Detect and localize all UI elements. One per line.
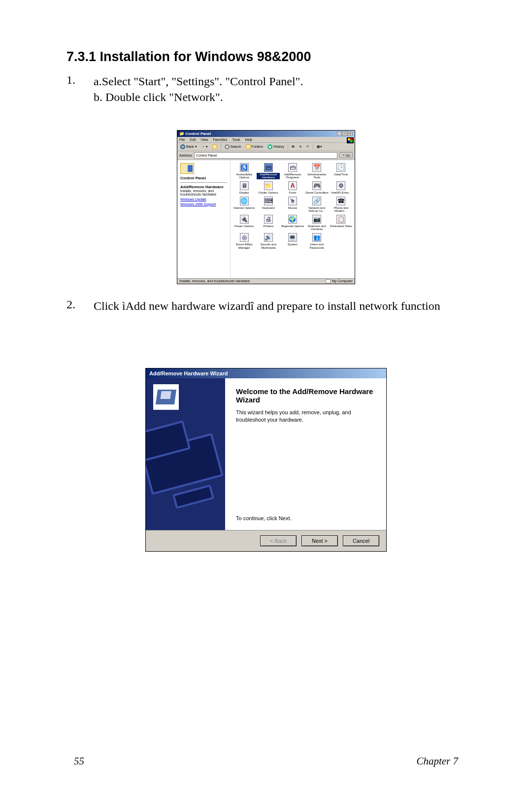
maximize-button[interactable]: □ [342, 132, 347, 136]
toolbar-extra3[interactable]: ↶ [305, 144, 310, 149]
go-icon: ➜ [342, 153, 345, 157]
wizard-graphic [146, 407, 225, 528]
add-remove-hardware-wizard: Add/Remove Hardware Wizard Welcome to th… [145, 368, 387, 552]
cp-sound-effect[interactable]: Sound Effect Manager [233, 233, 256, 249]
cp-regional[interactable]: Regional Options [281, 215, 304, 231]
link-windows-update[interactable]: Windows Update [180, 198, 227, 201]
step-2: 2. Click ìAdd new hardware wizardî and p… [66, 298, 466, 314]
cp-mouse[interactable]: Mouse [281, 197, 304, 213]
cp-keyboard[interactable]: Keyboard [257, 197, 280, 213]
step-2-text: Click ìAdd new hardware wizardî and prep… [94, 298, 466, 314]
menu-edit[interactable]: Edit [190, 138, 196, 141]
back-icon [180, 144, 185, 149]
window-title: Control Panel [185, 132, 211, 136]
wizard-desc: This wizard helps you add, remove, unplu… [236, 409, 375, 424]
address-label: Address [179, 154, 192, 157]
cp-scanners[interactable]: Scanners and Cameras [305, 215, 329, 231]
cp-intel[interactable]: Intel(R) Extre... [330, 181, 353, 195]
menu-view[interactable]: View [200, 138, 208, 141]
cp-system[interactable]: System [281, 233, 304, 249]
control-panel-window: 📁 Control Panel _ □ × File Edit View Fav… [177, 130, 355, 284]
menu-tools[interactable]: Tools [232, 138, 240, 141]
cp-scheduled-tasks[interactable]: Scheduled Tasks [330, 215, 353, 231]
toolbar-search[interactable]: Search [224, 144, 242, 150]
cancel-button[interactable]: Cancel [343, 535, 379, 546]
cp-display[interactable]: Display [233, 181, 256, 195]
wizard-button-bar: < Back Next > Cancel [146, 530, 386, 551]
cp-game-controllers[interactable]: Game Controllers [305, 181, 329, 195]
cp-sounds[interactable]: Sounds and Multimedia [257, 233, 280, 249]
wizard-sidebar [146, 378, 225, 530]
toolbar-back[interactable]: Back ▾ [179, 144, 198, 150]
status-right: My Computer [332, 279, 353, 283]
link-windows-2000-support[interactable]: Windows 2000 Support [180, 202, 227, 206]
wizard-main: Welcome to the Add/Remove Hardware Wizar… [225, 378, 386, 530]
status-left: Installs, removes, and troubleshoots har… [179, 279, 250, 283]
step-1a-text: a.Select "Start", "Settings". "Control P… [94, 73, 466, 89]
toolbar-forward[interactable]: → ▾ [200, 144, 209, 149]
cp-folder-options[interactable]: Folder Options [257, 181, 280, 195]
step-1b-text: b. Double click "Network". [94, 89, 466, 105]
menu-bar: File Edit View Favorites Tools Help [177, 137, 355, 143]
section-heading: 7.3.1 Installation for Windows 98&2000 [66, 49, 466, 65]
cp-date-time[interactable]: Date/Time [330, 163, 353, 179]
cp-users[interactable]: Users and Passwords [305, 233, 329, 249]
page-footer: 55 Chapter 7 [0, 755, 532, 767]
status-bar: Installs, removes, and troubleshoots har… [177, 278, 355, 284]
close-button[interactable]: × [348, 132, 353, 136]
toolbar-folders[interactable]: Folders [245, 144, 264, 150]
side-item-title: Add/Remove Hardware [180, 185, 224, 189]
address-input[interactable] [194, 152, 337, 159]
wizard-continue-text: To continue, click Next. [236, 515, 292, 521]
wizard-heading: Welcome to the Add/Remove Hardware Wizar… [236, 387, 375, 404]
cp-accessibility[interactable]: Accessibility Options [233, 163, 256, 179]
step-2-number: 2. [66, 298, 94, 314]
step-1-number: 1. [66, 73, 94, 105]
menu-file[interactable]: File [179, 138, 185, 141]
folders-icon [246, 144, 251, 149]
menu-favorites[interactable]: Favorites [213, 138, 227, 141]
toolbar-history[interactable]: History [266, 144, 285, 150]
wizard-hardware-icon [153, 384, 179, 410]
toolbar: Back ▾ → ▾ Search Folders History ⇆ ✕ ↶ … [177, 143, 355, 151]
minimize-button[interactable]: _ [337, 132, 342, 136]
search-icon [225, 144, 230, 149]
history-icon [267, 144, 272, 149]
cp-internet-options[interactable]: Internet Options [233, 197, 256, 213]
page-number: 55 [74, 755, 84, 767]
cp-add-remove-programs[interactable]: Add/Remove Programs [281, 163, 304, 179]
cp-add-remove-hardware[interactable]: Add/Remove Hardware [257, 163, 280, 179]
folder-icon: 📁 [179, 132, 184, 136]
go-button[interactable]: ➜Go [339, 152, 353, 158]
back-button: < Back [260, 535, 297, 546]
cp-network[interactable]: Network and Dial-up Co... [305, 197, 329, 213]
next-button[interactable]: Next > [301, 535, 338, 546]
toolbar-extra1[interactable]: ⇆ [291, 144, 296, 149]
cp-phone-modem[interactable]: Phone and Modem ... [330, 197, 353, 213]
toolbar-up[interactable] [211, 144, 218, 150]
side-panel: Control Panel Add/Remove Hardware Instal… [177, 160, 231, 278]
icon-grid: Accessibility Options Add/Remove Hardwar… [231, 160, 355, 278]
control-panel-icon [180, 163, 194, 174]
titlebar: 📁 Control Panel _ □ × [177, 131, 355, 137]
cp-printers[interactable]: Printers [257, 215, 280, 231]
wizard-titlebar: Add/Remove Hardware Wizard [146, 368, 386, 378]
side-heading: Control Panel [180, 176, 206, 180]
cp-power-options[interactable]: Power Options [233, 215, 256, 231]
cp-administrative-tools[interactable]: Administrative Tools [305, 163, 329, 179]
chapter-label: Chapter 7 [416, 755, 458, 767]
my-computer-icon [326, 279, 331, 283]
menu-help[interactable]: Help [245, 138, 252, 141]
cp-fonts[interactable]: Fonts [281, 181, 304, 195]
toolbar-extra2[interactable]: ✕ [298, 144, 303, 149]
toolbar-views[interactable]: ▦▾ [316, 144, 323, 149]
side-item-desc: Installs, removes, and troubleshoots har… [180, 189, 227, 196]
windows-logo-icon [347, 137, 354, 143]
up-icon [212, 144, 217, 149]
step-1: 1. a.Select "Start", "Settings". "Contro… [66, 73, 466, 105]
address-bar: Address ➜Go [177, 151, 355, 160]
